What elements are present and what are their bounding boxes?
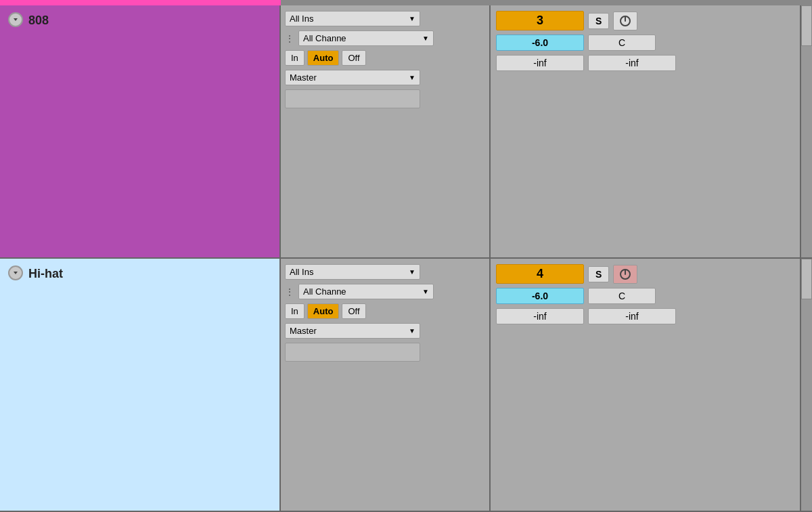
track-number-hihat[interactable]: 4: [496, 264, 584, 284]
dots-icon-808: ⋮: [285, 33, 294, 44]
c-button-808[interactable]: C: [588, 35, 656, 51]
in-button-808[interactable]: In: [285, 50, 304, 66]
scrollbar-handle-808[interactable]: [801, 5, 812, 46]
inf-left-hihat[interactable]: -inf: [496, 308, 584, 324]
off-button-808[interactable]: Off: [342, 50, 365, 66]
track-num-row-hihat: 4 S: [496, 264, 794, 284]
track-controls-hihat: All Ins ▼ ⋮ All Channe ▼ In Auto Off Mas…: [281, 259, 491, 511]
channel-dropdown-hihat[interactable]: All Channe ▼: [298, 284, 434, 299]
inf-row-hihat: -inf -inf: [496, 308, 794, 324]
volume-hihat[interactable]: -6.0: [496, 288, 584, 304]
input-row-808: All Ins ▼: [285, 11, 485, 26]
track-name-hihat: Hi-hat: [28, 265, 63, 281]
input-dropdown-808[interactable]: All Ins ▼: [285, 11, 420, 26]
scrollbar-808[interactable]: [800, 5, 812, 257]
tracks-container: 808 All Ins ▼ ⋮ All Channe ▼ In Auto Off: [0, 5, 812, 512]
track-name-808: 808: [28, 12, 49, 28]
track-collapse-arrow-hihat[interactable]: [8, 265, 23, 280]
volume-808[interactable]: -6.0: [496, 35, 584, 51]
scrollbar-handle-hihat[interactable]: [801, 259, 812, 299]
empty-bar-808: [285, 89, 420, 108]
monitor-button-808[interactable]: [613, 12, 637, 30]
svg-marker-2: [14, 272, 18, 274]
inf-left-808[interactable]: -inf: [496, 55, 584, 71]
input-row-hihat: All Ins ▼: [285, 264, 485, 280]
track-label-hihat: Hi-hat: [0, 259, 281, 511]
c-button-hihat[interactable]: C: [588, 288, 656, 304]
volume-row-808: -6.0 C: [496, 35, 794, 51]
track-collapse-arrow-808[interactable]: [8, 12, 23, 27]
s-button-808[interactable]: S: [588, 13, 609, 29]
dropdown-arrow-icon: ▼: [409, 15, 415, 22]
in-button-hihat[interactable]: In: [285, 303, 304, 319]
track-meters-808: 3 S -6.0 C -inf -inf: [491, 5, 800, 257]
empty-row-hihat: [285, 343, 485, 362]
track-meters-hihat: 4 S -6.0 C -inf -inf: [491, 259, 800, 511]
dropdown-arrow-channel-icon-hihat: ▼: [422, 288, 429, 295]
track-label-808: 808: [0, 5, 281, 257]
empty-bar-hihat: [285, 343, 420, 362]
svg-marker-0: [14, 18, 18, 21]
auto-button-808[interactable]: Auto: [307, 50, 340, 66]
dropdown-arrow-channel-icon: ▼: [422, 35, 429, 42]
track-row-808: 808 All Ins ▼ ⋮ All Channe ▼ In Auto Off: [0, 5, 812, 259]
monitor-icon-hihat: [619, 268, 631, 280]
scrollbar-hihat[interactable]: [800, 259, 812, 511]
empty-row-808: [285, 89, 485, 108]
track-controls-808: All Ins ▼ ⋮ All Channe ▼ In Auto Off Mas…: [281, 5, 491, 257]
volume-row-hihat: -6.0 C: [496, 288, 794, 304]
dropdown-arrow-output-icon: ▼: [409, 74, 415, 81]
output-dropdown-808[interactable]: Master ▼: [285, 70, 420, 85]
inf-right-808[interactable]: -inf: [588, 55, 676, 71]
off-button-hihat[interactable]: Off: [342, 303, 365, 319]
output-row-hihat: Master ▼: [285, 323, 485, 339]
top-accent-bar: [0, 0, 281, 5]
output-dropdown-hihat[interactable]: Master ▼: [285, 323, 420, 339]
track-number-808[interactable]: 3: [496, 11, 584, 30]
output-row-808: Master ▼: [285, 70, 485, 85]
channel-dropdown-808[interactable]: All Channe ▼: [298, 30, 434, 46]
monitor-row-808: In Auto Off: [285, 50, 485, 66]
channel-row-hihat: ⋮ All Channe ▼: [285, 284, 485, 299]
inf-row-808: -inf -inf: [496, 55, 794, 71]
track-row-hihat: Hi-hat All Ins ▼ ⋮ All Channe ▼ In Auto …: [0, 259, 812, 512]
channel-row-808: ⋮ All Channe ▼: [285, 30, 485, 46]
monitor-row-hihat: In Auto Off: [285, 303, 485, 319]
monitor-icon-808: [619, 15, 631, 27]
monitor-button-hihat[interactable]: [613, 265, 637, 284]
dropdown-arrow-output-icon-hihat: ▼: [409, 327, 415, 335]
track-num-row-808: 3 S: [496, 11, 794, 30]
s-button-hihat[interactable]: S: [588, 266, 609, 282]
dots-icon-hihat: ⋮: [285, 286, 294, 297]
input-dropdown-hihat[interactable]: All Ins ▼: [285, 264, 420, 280]
auto-button-hihat[interactable]: Auto: [307, 303, 340, 319]
inf-right-hihat[interactable]: -inf: [588, 308, 676, 324]
dropdown-arrow-icon-hihat: ▼: [409, 268, 415, 276]
